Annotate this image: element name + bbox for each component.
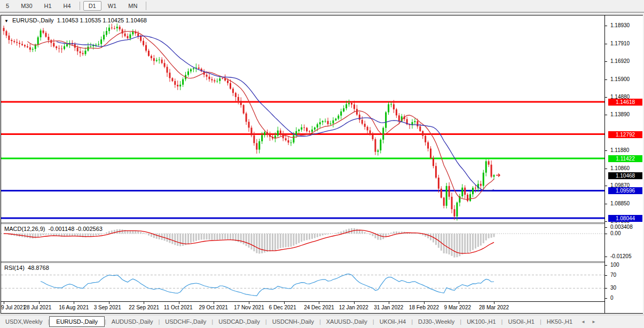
- date-label: 9 Mar 2022: [444, 305, 471, 310]
- tab-hk50-h1[interactable]: HK50-,H1: [541, 317, 578, 326]
- axis-tick-mark: [605, 265, 607, 266]
- date-tick: [74, 302, 74, 304]
- timeframe-button-mn[interactable]: MN: [123, 1, 143, 11]
- axis-tick-mark: [605, 257, 607, 257]
- axis-tick-label: 1.16920: [610, 58, 630, 64]
- macd-label: MACD(12,26,9): [4, 226, 45, 232]
- axis-tick-mark: [605, 115, 607, 115]
- tab-usoil-h1[interactable]: USOil-,H1: [502, 317, 540, 326]
- date-tick: [214, 302, 214, 304]
- rsi-value: 48.8768: [28, 265, 49, 271]
- axis-tick-mark: [605, 150, 607, 151]
- tab-uk100-h1[interactable]: UK100-,H1: [461, 317, 501, 326]
- date-label: 11 Oct 2021: [164, 305, 193, 310]
- main-chart-panel[interactable]: ▼ EURUSD-,Daily 1.10453 1.10535 1.10425 …: [1, 15, 604, 222]
- axis-tick-label: -0.01205: [610, 253, 631, 259]
- date-label: 29 Oct 2021: [199, 305, 227, 310]
- axis-tick-label: 0.00: [610, 230, 621, 236]
- chart-symbol-period: EURUSD-,Daily: [12, 17, 54, 23]
- timeframe-button-h4[interactable]: H4: [58, 1, 76, 11]
- axis-tick-mark: [605, 221, 607, 222]
- date-tick: [284, 302, 285, 304]
- rsi-title: RSI(14) 48.8768: [4, 265, 49, 271]
- candlestick-chart[interactable]: [1, 15, 604, 222]
- axis-tick-mark: [605, 26, 607, 26]
- tab-scroll-right-icon[interactable]: ►: [588, 319, 599, 324]
- axis-tick-mark: [605, 227, 607, 228]
- level-price-badge: 1.08044: [608, 215, 642, 222]
- axis-tick-mark: [605, 234, 607, 234]
- chart-ohlc-values: 1.10453 1.10535 1.10425 1.10468: [57, 17, 147, 23]
- tab-dj30-weekly[interactable]: DJ30-,Weekly: [413, 317, 460, 326]
- axis-tick-label: 1.15900: [610, 76, 630, 82]
- timeframe-button-w1[interactable]: W1: [103, 1, 122, 11]
- date-tick: [109, 302, 109, 304]
- timeframe-button-5[interactable]: 5: [1, 1, 14, 11]
- level-price-badge: 1.14618: [608, 99, 642, 106]
- level-price-badge: 1.09596: [608, 187, 642, 194]
- date-tick: [494, 302, 494, 304]
- tab-usdx-weekly[interactable]: USDX,Weekly: [0, 317, 48, 326]
- axis-tick-label: 30: [610, 285, 616, 291]
- symbol-tabbar: USDX,Weekly|EURUSD-,Daily|AUDUSD-,Daily|…: [0, 315, 644, 328]
- axis-tick-mark: [605, 288, 607, 289]
- date-label: 22 Sep 2021: [129, 305, 159, 310]
- date-tick: [354, 302, 355, 304]
- date-tick: [144, 302, 144, 304]
- timeframe-button-h1[interactable]: H1: [39, 1, 57, 11]
- tab-scroll-left-icon[interactable]: ◄: [578, 319, 588, 324]
- chart-title: ▼ EURUSD-,Daily 1.10453 1.10535 1.10425 …: [4, 17, 147, 23]
- date-tick: [319, 302, 319, 304]
- date-label: 28 Jul 2021: [24, 305, 52, 310]
- level-price-badge: 1.12792: [608, 131, 642, 138]
- date-label: 16 Aug 2021: [59, 305, 89, 310]
- axis-tick-mark: [605, 169, 607, 169]
- date-tick: [179, 302, 179, 304]
- axis-tick-label: 0.003408: [610, 224, 633, 230]
- rsi-label: RSI(14): [4, 265, 25, 271]
- date-label: 28 Mar 2022: [479, 305, 509, 310]
- tab-usdcnh-daily[interactable]: USDCNH-,Daily: [267, 317, 319, 326]
- tab-eurusd-daily[interactable]: EURUSD-,Daily: [49, 316, 105, 327]
- tab-usdcad-daily[interactable]: USDCAD-,Daily: [213, 317, 265, 326]
- tab-audusd-daily[interactable]: AUDUSD-,Daily: [106, 317, 159, 326]
- tab-xauusd-daily[interactable]: XAUUSD-,Daily: [321, 317, 373, 326]
- axis-tick-mark: [605, 44, 607, 44]
- chart-dropdown-icon[interactable]: ▼: [4, 19, 9, 23]
- axis-tick-label: 100: [610, 262, 619, 268]
- date-label: 9 Jul 2021: [1, 305, 26, 310]
- tab-usdchf-daily[interactable]: USDCHF-,Daily: [160, 317, 211, 326]
- axis-tick-label: 0: [610, 295, 614, 301]
- axis-tick-mark: [605, 186, 607, 186]
- date-label: 6 Dec 2021: [269, 305, 296, 310]
- timeframe-toolbar: 5M30H1H4D1W1MN: [0, 0, 644, 13]
- rsi-panel[interactable]: RSI(14) 48.8768: [1, 263, 604, 301]
- axis-tick-label: 1.17910: [610, 41, 630, 46]
- date-tick: [249, 302, 249, 304]
- date-label: 31 Jan 2022: [374, 305, 403, 310]
- timeframe-button-m30[interactable]: M30: [15, 1, 37, 11]
- tab-ukoil-h4[interactable]: UKOil-,H4: [374, 317, 412, 326]
- axis-tick-mark: [605, 298, 607, 299]
- axis-tick-label: 1.11880: [610, 147, 629, 153]
- date-axis[interactable]: 9 Jul 202128 Jul 202116 Aug 20213 Sep 20…: [1, 301, 604, 313]
- axis-tick-label: 1.13890: [610, 111, 630, 117]
- timeframe-button-d1[interactable]: D1: [83, 1, 101, 11]
- axis-tick-mark: [605, 275, 607, 276]
- chart-window: ▼ EURUSD-,Daily 1.10453 1.10535 1.10425 …: [1, 15, 643, 314]
- date-tick: [459, 302, 459, 304]
- macd-panel[interactable]: MACD(12,26,9) -0.001148 -0.002563: [1, 224, 604, 261]
- date-label: 3 Sep 2021: [94, 305, 121, 310]
- macd-values: -0.001148 -0.002563: [49, 226, 103, 232]
- current-price-badge: 1.10468: [608, 172, 642, 179]
- date-tick: [39, 302, 40, 304]
- price-axis[interactable]: 1.189301.179101.169201.159001.148801.138…: [604, 15, 643, 313]
- axis-tick-label: 1.10860: [610, 165, 630, 171]
- date-label: 12 Jan 2022: [339, 305, 368, 310]
- axis-tick-label: 1.08850: [610, 201, 630, 206]
- axis-tick-mark: [605, 204, 607, 204]
- toolbar-separator: [146, 2, 146, 10]
- rsi-chart[interactable]: [1, 263, 604, 301]
- date-tick: [424, 302, 425, 304]
- toolbar-separator: [80, 2, 80, 10]
